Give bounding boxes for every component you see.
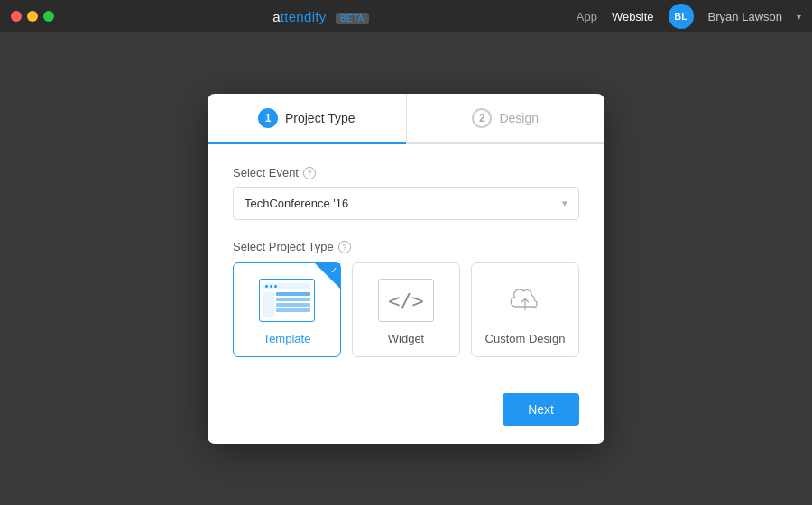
custom-icon-area bbox=[497, 278, 553, 323]
close-button[interactable] bbox=[11, 11, 22, 22]
modal-footer: Next bbox=[208, 379, 604, 444]
cloud-svg bbox=[507, 288, 543, 313]
widget-card-label: Widget bbox=[388, 332, 424, 345]
window-controls bbox=[11, 11, 54, 22]
template-icon-area bbox=[259, 278, 315, 323]
select-event-wrapper: TechConference '16 ▾ bbox=[233, 187, 579, 220]
tab-design[interactable]: 2 Design bbox=[407, 94, 605, 142]
template-icon bbox=[259, 279, 315, 322]
template-icon-body bbox=[263, 292, 310, 317]
nav-website[interactable]: Website bbox=[612, 10, 654, 23]
user-name: Bryan Lawson bbox=[708, 10, 782, 23]
chevron-down-icon[interactable]: ▾ bbox=[797, 12, 801, 22]
logo: attendify BETA bbox=[272, 9, 368, 24]
avatar: BL bbox=[669, 4, 694, 29]
logo-badge: BETA bbox=[336, 13, 369, 24]
project-card-template[interactable]: ✓ bbox=[233, 262, 341, 357]
cloud-upload-icon bbox=[507, 288, 543, 313]
select-event-label: Select Event ? bbox=[233, 166, 579, 179]
tab-project-type[interactable]: 1 Project Type bbox=[208, 94, 406, 142]
select-project-type-help-icon[interactable]: ? bbox=[338, 241, 351, 253]
project-card-widget[interactable]: </> Widget bbox=[352, 262, 460, 357]
tab-label-design: Design bbox=[499, 111, 539, 125]
code-icon: </> bbox=[388, 289, 424, 312]
dropdown-chevron-icon: ▾ bbox=[562, 197, 567, 209]
template-icon-header bbox=[263, 283, 310, 289]
modal-card: 1 Project Type 2 Design Select Event ? T… bbox=[208, 94, 604, 444]
minimize-button[interactable] bbox=[27, 11, 38, 22]
template-card-label: Template bbox=[263, 332, 311, 345]
title-bar-right: App Website BL Bryan Lawson ▾ bbox=[577, 4, 801, 29]
select-event-value: TechConference '16 bbox=[245, 197, 348, 210]
project-cards: ✓ bbox=[233, 262, 579, 357]
maximize-button[interactable] bbox=[43, 11, 54, 22]
select-event-help-icon[interactable]: ? bbox=[303, 167, 316, 179]
select-project-type-label: Select Project Type ? bbox=[233, 240, 579, 253]
tab-number-2: 2 bbox=[472, 108, 492, 128]
widget-icon-area: </> bbox=[378, 278, 434, 323]
tab-number-1: 1 bbox=[258, 108, 278, 128]
project-card-custom[interactable]: Custom Design bbox=[471, 262, 579, 357]
widget-icon: </> bbox=[378, 279, 434, 322]
modal-body: Select Event ? TechConference '16 ▾ Sele… bbox=[208, 144, 604, 379]
custom-card-label: Custom Design bbox=[485, 332, 566, 345]
main-area: 1 Project Type 2 Design Select Event ? T… bbox=[0, 32, 812, 505]
title-bar: attendify BETA App Website BL Bryan Laws… bbox=[0, 0, 812, 32]
title-bar-center: attendify BETA bbox=[65, 9, 577, 24]
nav-app[interactable]: App bbox=[577, 10, 597, 23]
check-icon: ✓ bbox=[330, 266, 337, 275]
next-button[interactable]: Next bbox=[503, 393, 579, 426]
tab-label-project-type: Project Type bbox=[285, 111, 355, 125]
modal-tabs: 1 Project Type 2 Design bbox=[208, 94, 604, 144]
select-event-dropdown[interactable]: TechConference '16 ▾ bbox=[233, 187, 579, 220]
